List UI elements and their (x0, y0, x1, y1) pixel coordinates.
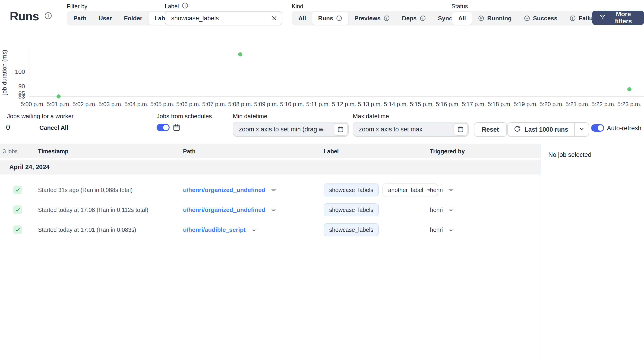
kind-option-previews[interactable]: Previews (348, 12, 396, 25)
x-tick-label: 5:21 p.m. (566, 101, 590, 108)
jobs-from-schedules-label: Jobs from schedules (156, 113, 212, 120)
triggered-by-user: henri (430, 226, 443, 233)
calendar-icon (457, 126, 464, 133)
x-tick-label: 5:18 p.m. (488, 101, 512, 108)
x-tick-label: 5:05 p.m. (150, 101, 174, 108)
filter-lines-icon (448, 226, 454, 233)
triggered-by-user: henri (430, 187, 443, 193)
success-status-badge (13, 225, 22, 234)
filter-by-path-button[interactable] (251, 226, 257, 233)
filter-by-path-button[interactable] (270, 187, 277, 193)
status-option-running[interactable]: Running (472, 12, 518, 25)
success-status-badge (13, 185, 22, 194)
x-tick-label: 5:17 p.m. (462, 101, 486, 108)
table-row[interactable]: Started today at 17:01 (Ran in 0,083s)u/… (0, 220, 541, 240)
date-group-row: April 24, 2024 (0, 160, 541, 175)
max-datetime-calendar-button[interactable] (454, 123, 468, 136)
check-icon (14, 207, 20, 213)
filter-by-user-button[interactable] (448, 207, 454, 213)
clear-label-filter-button[interactable] (270, 14, 278, 22)
x-tick-label: 5:12 p.m. (332, 101, 356, 108)
controls-row: Jobs waiting for a worker 0 Cancel All J… (0, 113, 644, 143)
more-filters-button[interactable]: More filters (592, 11, 644, 25)
run-data-point[interactable] (627, 87, 632, 91)
filter-by-user-button[interactable] (448, 226, 454, 233)
run-timestamp: Started 31s ago (Ran in 0,088s total) (35, 187, 180, 193)
x-tick-label: 5:10 p.m. (280, 101, 304, 108)
filter-by-user-button[interactable] (448, 187, 454, 193)
run-timestamp: Started today at 17:01 (Ran in 0,083s) (35, 226, 180, 233)
page-title: Runs (10, 9, 39, 23)
kind-segmented: AllRunsPreviewsDepsSync (292, 11, 468, 25)
jobs-count-label: 3 jobs (0, 148, 35, 155)
cancel-all-button[interactable]: Cancel All (40, 124, 68, 131)
x-tick-label: 5:14 p.m. (384, 101, 408, 108)
x-tick-label: 5:02 p.m. (72, 101, 96, 108)
label-filter-label: Label (165, 3, 179, 10)
jobs-waiting-count: 0 (6, 123, 10, 132)
filter-lines-icon (270, 207, 277, 213)
run-path-link[interactable]: u/henri/audible_script (183, 226, 246, 233)
label-chip[interactable]: showcase_labels (324, 223, 379, 236)
run-data-point[interactable] (238, 52, 242, 56)
run-path-link[interactable]: u/henri/organized_undefined (183, 186, 265, 194)
y-tick-label: 83 (9, 93, 25, 100)
label-info-icon[interactable] (182, 2, 188, 10)
max-datetime-label: Max datetime (353, 113, 389, 120)
run-data-point[interactable] (56, 94, 61, 99)
runs-chart[interactable]: job duration (ms) 1009085835:00 p.m.5:01… (0, 42, 644, 111)
check-icon (14, 227, 20, 233)
filter-by-option-folder[interactable]: Folder (118, 12, 148, 25)
label-filter-group: Label (165, 2, 282, 25)
label-chip[interactable]: showcase_labels (324, 183, 379, 196)
filter-by-path-button[interactable] (270, 207, 277, 213)
runs-count-refresh-button[interactable]: Last 1000 runs (508, 123, 574, 136)
status-label: Status (452, 2, 605, 10)
x-tick-label: 5:09 p.m. (254, 101, 278, 108)
x-tick-label: 5:15 p.m. (410, 101, 434, 108)
runs-table: 3 jobs Timestamp Path Label Triggered by… (0, 144, 541, 360)
label-filter-input[interactable] (165, 11, 282, 25)
x-tick-label: 5:13 p.m. (358, 101, 382, 108)
max-datetime-input[interactable] (353, 122, 469, 137)
info-icon (420, 15, 426, 21)
column-header-triggered-by: Triggered by (428, 148, 541, 155)
x-tick-label: 5:20 p.m. (540, 101, 564, 108)
kind-option-all[interactable]: All (292, 12, 312, 25)
chart-y-axis-line (29, 47, 30, 97)
column-header-path: Path (180, 148, 322, 155)
min-datetime-calendar-button[interactable] (334, 123, 348, 136)
auto-refresh-toggle[interactable] (591, 124, 604, 132)
funnel-icon (599, 14, 606, 22)
filter-lines-icon (448, 207, 454, 213)
table-row[interactable]: Started 31s ago (Ran in 0,088s total)u/h… (0, 180, 541, 200)
reset-button[interactable]: Reset (474, 122, 507, 137)
runs-count-dropdown-button[interactable] (575, 123, 589, 136)
auto-refresh-label: Auto-refresh (607, 125, 642, 132)
min-datetime-label: Min datetime (233, 113, 267, 120)
status-segmented: AllRunningSuccessFailure (452, 11, 605, 25)
filter-by-option-user[interactable]: User (92, 12, 118, 25)
filter-by-option-path[interactable]: Path (68, 12, 92, 25)
x-tick-label: 5:19 p.m. (514, 101, 538, 108)
info-icon (44, 11, 52, 20)
status-option-all[interactable]: All (452, 12, 472, 25)
kind-option-deps[interactable]: Deps (396, 12, 432, 25)
x-tick-label: 5:08 p.m. (228, 101, 252, 108)
chevron-down-icon (578, 125, 585, 132)
no-job-selected-text: No job selected (548, 151, 592, 159)
status-option-success[interactable]: Success (518, 12, 564, 25)
x-tick-label: 5:23 p.m. (617, 101, 642, 108)
run-path-link[interactable]: u/henri/organized_undefined (183, 206, 265, 213)
jobs-from-schedules-toggle[interactable] (156, 124, 170, 131)
y-tick-label: 90 (9, 83, 25, 90)
runs-info-icon[interactable] (44, 11, 52, 21)
x-tick-label: 5:04 p.m. (124, 101, 148, 108)
min-datetime-input[interactable] (233, 122, 349, 137)
schedules-calendar-icon[interactable] (172, 123, 181, 132)
x-tick-label: 5:11 p.m. (306, 101, 330, 108)
label-chip[interactable]: showcase_labels (324, 203, 379, 216)
table-row[interactable]: Started today at 17:08 (Ran in 0,112s to… (0, 200, 541, 220)
status-group: Status AllRunningSuccessFailure (452, 2, 605, 25)
kind-option-runs[interactable]: Runs (312, 12, 348, 25)
